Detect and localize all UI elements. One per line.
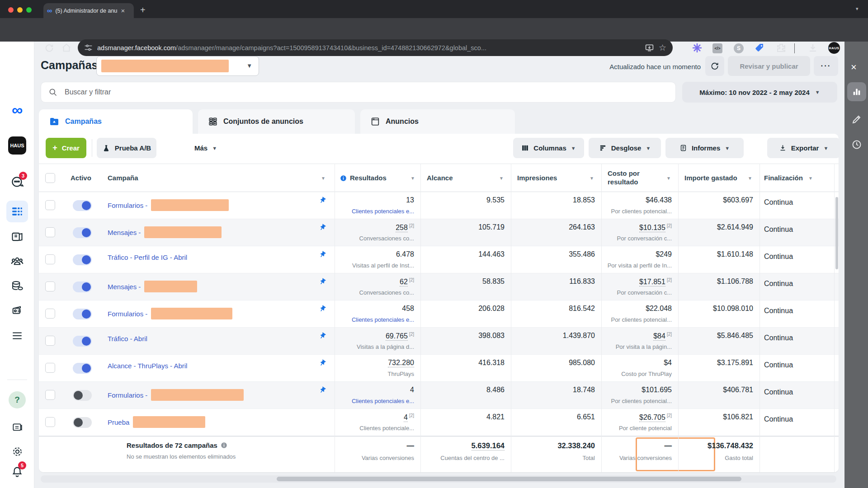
pin-icon[interactable] [318, 251, 326, 259]
sort-caret[interactable]: ▼ [748, 176, 752, 181]
col-impresiones[interactable]: Impresiones [517, 174, 557, 182]
select-all-checkbox[interactable] [45, 173, 55, 183]
pin-icon[interactable] [318, 278, 326, 286]
sidebar-item-events[interactable] [0, 422, 34, 434]
row-checkbox[interactable] [45, 363, 55, 373]
reload-icon[interactable] [44, 43, 54, 53]
breakdown-dropdown[interactable]: Desglose▼ [589, 138, 661, 158]
url-bar[interactable]: adsmanager.facebook.com/adsmanager/manag… [78, 39, 673, 56]
notifications-bell-icon[interactable]: 5 [0, 465, 34, 478]
col-importe[interactable]: Importe gastado [684, 174, 737, 182]
edit-pencil-icon[interactable] [851, 114, 862, 125]
asterisk-ext-icon[interactable] [692, 42, 703, 53]
tab-campaigns[interactable]: Campañas [39, 109, 193, 134]
haus-logo[interactable]: HAUS [0, 136, 34, 155]
row-checkbox[interactable] [45, 227, 55, 237]
row-checkbox[interactable] [45, 390, 55, 400]
row-checkbox[interactable] [45, 200, 55, 210]
sidebar-item-audiences[interactable] [0, 255, 34, 268]
campaign-name-link[interactable]: Mensajes - [108, 283, 141, 291]
tab-close-icon[interactable]: × [121, 7, 125, 14]
campaign-toggle[interactable] [73, 227, 92, 238]
row-checkbox[interactable] [45, 309, 55, 319]
macos-close-button[interactable] [8, 7, 14, 13]
panel-close-icon[interactable]: × [851, 61, 857, 73]
col-campana[interactable]: Campaña [108, 174, 138, 182]
export-dropdown[interactable]: Exportar▼ [767, 138, 840, 158]
campaign-name-link[interactable]: Formularios - [108, 310, 147, 318]
history-clock-icon[interactable] [851, 139, 862, 150]
code-ext-icon[interactable]: </> [712, 43, 722, 53]
tab-ad-sets[interactable]: Conjuntos de anuncios [198, 109, 355, 134]
campaign-name-link[interactable]: Tráfico - Perfil de IG - Abril [108, 253, 187, 261]
pin-icon[interactable] [318, 332, 326, 340]
insights-chart-button[interactable] [847, 82, 866, 101]
info-icon[interactable] [340, 175, 347, 182]
col-activo[interactable]: Activo [71, 174, 91, 182]
meta-logo[interactable]: ∞ [0, 102, 34, 117]
create-button[interactable]: +Crear [46, 138, 86, 158]
all-tools-menu-icon[interactable] [0, 330, 34, 342]
sidebar-item-ads-manager[interactable] [6, 201, 28, 222]
cell-sublabel[interactable]: Clientes potenciales e... [335, 316, 414, 323]
browser-tab[interactable]: ∞ (5) Administrador de anuncios × [43, 3, 134, 18]
pin-icon[interactable] [318, 386, 326, 394]
info-icon[interactable] [221, 442, 227, 449]
campaign-toggle[interactable] [73, 200, 92, 211]
s-circle-ext-icon[interactable]: S [734, 43, 744, 53]
tab-ads[interactable]: Anuncios [360, 109, 515, 134]
reports-dropdown[interactable]: Informes▼ [665, 138, 744, 158]
sort-caret[interactable]: ▼ [590, 176, 594, 181]
search-bar[interactable] [41, 82, 676, 103]
date-range-button[interactable]: Máximo: 10 nov 2022 - 2 may 2024▼ [682, 82, 837, 103]
columns-dropdown[interactable]: Columnas▼ [513, 138, 584, 158]
col-finalizacion[interactable]: Finalización [764, 174, 803, 182]
site-info-icon[interactable] [84, 43, 93, 52]
campaign-name-link[interactable]: Formularios - [108, 202, 147, 209]
tag-ext-icon[interactable] [754, 42, 765, 53]
header-more-button[interactable]: ··· [814, 56, 838, 76]
horizontal-scrollbar-thumb[interactable] [277, 477, 741, 481]
sidebar-item-ads-library[interactable] [0, 305, 34, 317]
campaign-name-link[interactable]: Alcance - ThruPlays - Abril [108, 362, 187, 370]
campaign-name-link[interactable]: Prueba [108, 418, 129, 426]
pin-icon[interactable] [318, 305, 326, 313]
campaign-toggle[interactable] [73, 254, 92, 265]
table-vertical-scrollbar[interactable] [835, 197, 838, 269]
home-icon[interactable] [61, 43, 71, 53]
campaign-toggle[interactable] [73, 282, 92, 292]
campaign-name-link[interactable]: Mensajes - [108, 229, 141, 236]
col-costo[interactable]: Costo por resultado [608, 169, 653, 187]
cell-sublabel[interactable]: Clientes potenciales e... [335, 398, 414, 404]
install-app-icon[interactable] [645, 43, 654, 52]
search-input[interactable] [64, 88, 668, 97]
pin-icon[interactable] [318, 224, 326, 232]
tab-search-icon[interactable]: ▾ [856, 6, 859, 12]
downloads-icon[interactable] [807, 42, 818, 53]
haus-avatar[interactable]: HAUS [828, 42, 840, 54]
row-checkbox[interactable] [45, 336, 55, 346]
row-checkbox[interactable] [45, 417, 55, 427]
refresh-button[interactable] [705, 56, 724, 76]
puzzle-extensions-icon[interactable] [776, 42, 787, 53]
sidebar-item-pages[interactable] [0, 230, 34, 243]
sort-caret[interactable]: ▼ [321, 176, 326, 181]
account-dropdown[interactable]: ▼ [96, 56, 259, 76]
col-resultados[interactable]: Resultados [350, 174, 387, 182]
sort-caret[interactable]: ▼ [499, 176, 504, 181]
support-bubble-icon[interactable]: 3 [0, 175, 34, 189]
campaign-toggle[interactable] [73, 417, 92, 428]
review-publish-button[interactable]: Revisar y publicar [728, 56, 810, 76]
sort-caret[interactable]: ▼ [808, 176, 813, 181]
campaign-toggle[interactable] [73, 309, 92, 319]
bookmark-star-icon[interactable]: ☆ [659, 42, 666, 53]
sort-caret[interactable]: ▼ [410, 176, 415, 181]
col-alcance[interactable]: Alcance [427, 174, 453, 182]
sort-caret[interactable]: ▼ [666, 176, 671, 181]
ab-test-button[interactable]: Prueba A/B [97, 138, 156, 158]
more-dropdown[interactable]: Más▼ [190, 138, 222, 158]
campaign-toggle[interactable] [73, 336, 92, 347]
campaign-name-link[interactable]: Tráfico - Abril [108, 335, 147, 343]
campaign-toggle[interactable] [73, 390, 92, 401]
macos-minimize-button[interactable] [17, 7, 23, 13]
